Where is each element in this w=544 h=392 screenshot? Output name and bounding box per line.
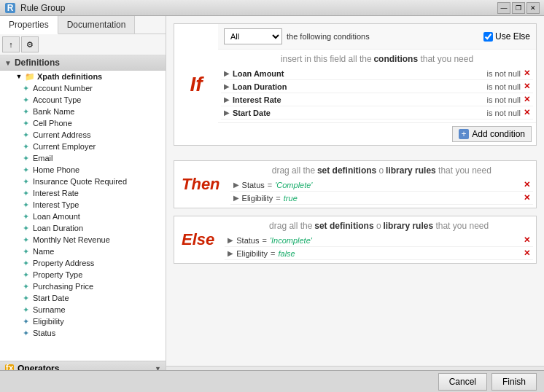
tree-item[interactable]: ✦ Eligibility [0, 315, 166, 327]
condition-delete-icon[interactable]: ✕ [524, 95, 530, 104]
tree-item[interactable]: ✦ Loan Duration [0, 222, 166, 234]
tree-item[interactable]: ✦ Home Phone [0, 164, 166, 176]
def-val: 'Incomplete' [270, 236, 312, 245]
condition-name: Loan Duration [233, 82, 484, 91]
field-icon: ✦ [20, 316, 31, 326]
if-keyword: If [174, 24, 218, 145]
tree-item[interactable]: ✦ Interest Type [0, 199, 166, 211]
condition-op: is not null [487, 109, 521, 117]
tree-item[interactable]: ✦ Name [0, 246, 166, 257]
tab-properties[interactable]: Properties [0, 16, 58, 34]
tree-item[interactable]: ✦ Bank Name [0, 106, 166, 117]
def-delete-icon[interactable]: ✕ [524, 193, 530, 203]
tree-item[interactable]: ✦ Interest Rate [0, 187, 166, 199]
tree-item-label: Surname [33, 305, 66, 314]
tree-item-label: Start Date [33, 294, 69, 302]
def-val: true [284, 194, 298, 203]
def-eq: = [268, 181, 272, 189]
tree-item-label: Property Type [33, 270, 82, 279]
def-val: false [279, 249, 295, 258]
def-val: 'Complete' [275, 181, 312, 189]
tree-item[interactable]: ✦ Start Date [0, 292, 166, 304]
condition-delete-icon[interactable]: ✕ [524, 68, 530, 78]
def-delete-icon[interactable]: ✕ [524, 248, 530, 258]
def-name: Status [242, 181, 265, 189]
tree-item[interactable]: ✦ Loan Amount [0, 211, 166, 222]
def-name: Eligibility [242, 194, 273, 203]
tree-item[interactable]: ✦ Cell Phone [0, 117, 166, 129]
restore-button[interactable]: ❐ [512, 2, 525, 14]
condition-delete-icon[interactable]: ✕ [524, 108, 530, 117]
tree-item-label: Account Type [33, 95, 81, 104]
field-icon: ✦ [20, 293, 31, 303]
tree-item[interactable]: ✦ Current Address [0, 129, 166, 141]
def-delete-icon[interactable]: ✕ [524, 235, 530, 245]
tree-item-label: Insurance Quote Required [33, 177, 127, 186]
tab-documentation[interactable]: Documentation [58, 16, 136, 34]
tree-item[interactable]: ✦ Account Number [0, 82, 166, 94]
if-dropdown[interactable]: All Any None [224, 28, 282, 44]
condition-op: is not null [487, 95, 521, 104]
if-section: If All Any None the following conditions [174, 23, 537, 146]
tree-item[interactable]: ✦ Property Type [0, 269, 166, 281]
then-def-row: ▶ Status = 'Complete' ✕ [230, 179, 533, 192]
svg-text:+: + [462, 129, 467, 139]
definitions-header: ▼ Definitions [0, 55, 166, 71]
else-keyword: Else [174, 216, 222, 263]
condition-row: ▶ Loan Duration is not null ✕ [221, 80, 533, 93]
field-icon: ✦ [20, 130, 31, 140]
xpath-definitions-label: Xpath definitions [37, 72, 102, 81]
folder-icon: 📁 [25, 71, 35, 82]
else-hint: drag all the set definitions o library r… [225, 219, 533, 234]
use-else-checkbox[interactable] [483, 32, 493, 42]
condition-delete-icon[interactable]: ✕ [524, 82, 530, 91]
def-arrow: ▶ [228, 249, 233, 257]
field-icon: ✦ [20, 258, 31, 268]
tree-item[interactable]: ✦ Property Address [0, 257, 166, 269]
window-title: Rule Group [20, 3, 497, 13]
tree-item-label: Bank Name [33, 107, 74, 116]
field-icon: ✦ [20, 153, 31, 163]
following-conditions-label: the following conditions [287, 32, 370, 41]
finish-button[interactable]: Finish [491, 373, 537, 391]
tree-item-label: Loan Duration [33, 224, 83, 232]
then-defs-list: ▶ Status = 'Complete' ✕ ▶ Eligibility = … [230, 179, 533, 205]
tree-item[interactable]: ✦ Insurance Quote Required [0, 176, 166, 187]
field-icon: ✦ [20, 223, 31, 233]
condition-row: ▶ Interest Rate is not null ✕ [221, 93, 533, 106]
left-panel: Properties Documentation ↑ ⚙ ▼ Definitio… [0, 16, 166, 392]
tree-item-label: Current Employer [33, 142, 96, 151]
use-else-label: Use Else [495, 31, 530, 42]
cancel-button[interactable]: Cancel [438, 373, 487, 391]
field-icon: ✦ [20, 106, 31, 117]
svg-text:R: R [7, 3, 14, 13]
tree-item[interactable]: ✦ Status [0, 327, 166, 339]
tree-item-label: Interest Rate [33, 189, 79, 197]
toolbar-up-button[interactable]: ↑ [2, 36, 20, 52]
tree-item[interactable]: ✦ Account Type [0, 94, 166, 106]
def-eq: = [271, 249, 275, 258]
tree-item-label: Account Number [33, 84, 93, 93]
field-icon: ✦ [20, 200, 31, 210]
title-bar: R Rule Group — ❐ ✕ [0, 0, 544, 16]
tree-item[interactable]: ✦ Email [0, 152, 166, 164]
tree-item[interactable]: ✦ Monthly Net Revenue [0, 234, 166, 246]
xpath-definitions-node[interactable]: ▼ 📁 Xpath definitions [0, 71, 166, 82]
right-panel: If All Any None the following conditions [166, 16, 544, 392]
app-icon: R [4, 2, 16, 14]
tree-item[interactable]: ✦ Purchasing Price [0, 281, 166, 292]
add-condition-button[interactable]: + Add condition [452, 126, 532, 142]
tree-item[interactable]: ✦ Current Employer [0, 141, 166, 152]
def-eq: = [262, 236, 266, 245]
condition-row: ▶ Start Date is not null ✕ [221, 106, 533, 119]
condition-name: Start Date [233, 109, 484, 117]
add-icon: + [459, 129, 469, 139]
tree-item[interactable]: ✦ Surname [0, 304, 166, 315]
minimize-button[interactable]: — [497, 2, 510, 14]
condition-arrow: ▶ [224, 69, 230, 77]
condition-op: is not null [487, 82, 521, 91]
toolbar-settings-button[interactable]: ⚙ [21, 36, 39, 52]
close-button[interactable]: ✕ [526, 2, 540, 14]
condition-row: ▶ Loan Amount is not null ✕ [221, 67, 533, 80]
def-delete-icon[interactable]: ✕ [524, 180, 530, 189]
